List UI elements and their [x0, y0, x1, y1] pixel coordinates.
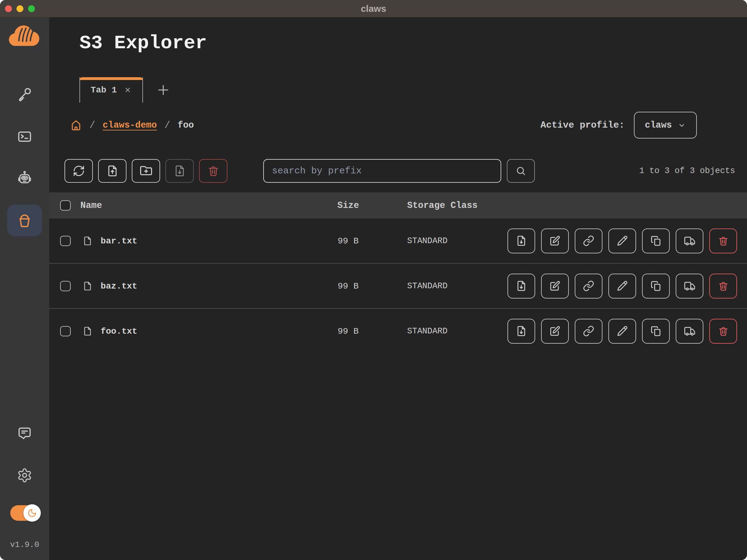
- object-name: foo.txt: [101, 326, 137, 336]
- truck-icon: [684, 280, 696, 292]
- object-row: baz.txt 99 B STANDARD: [49, 263, 747, 308]
- search-input[interactable]: [264, 160, 500, 182]
- edit-button[interactable]: [541, 229, 569, 254]
- delete-button[interactable]: [709, 274, 737, 298]
- tab-bar: Tab 1: [79, 77, 173, 103]
- column-header-size: Size: [337, 201, 359, 211]
- breadcrumb-separator: /: [89, 120, 95, 131]
- delete-button[interactable]: [709, 319, 737, 344]
- trash-icon: [718, 235, 729, 246]
- search-box: [263, 159, 501, 183]
- file-icon: [82, 326, 93, 336]
- file-upload-icon: [106, 165, 119, 177]
- edit-icon: [549, 235, 561, 246]
- column-header-storage-class: Storage Class: [407, 201, 478, 211]
- download-button[interactable]: [508, 319, 535, 344]
- move-button[interactable]: [676, 319, 703, 344]
- moon-icon: [27, 508, 37, 518]
- claws-cloud-logo: [7, 21, 42, 51]
- link-icon: [583, 235, 594, 246]
- breadcrumb-bucket-link[interactable]: claws-demo: [103, 120, 157, 130]
- refresh-button[interactable]: [65, 159, 93, 183]
- pencil-icon: [616, 325, 628, 337]
- breadcrumb-current-prefix: foo: [178, 120, 194, 130]
- sidebar-item-credentials[interactable]: [15, 84, 34, 104]
- active-profile-label: Active profile:: [540, 120, 624, 130]
- object-size: 99 B: [338, 236, 359, 246]
- row-checkbox[interactable]: [60, 326, 71, 336]
- row-checkbox[interactable]: [60, 236, 71, 246]
- upload-file-button[interactable]: [98, 159, 127, 183]
- object-storage-class: STANDARD: [407, 282, 448, 291]
- select-all-checkbox[interactable]: [60, 201, 71, 211]
- tab-1[interactable]: Tab 1: [79, 77, 143, 103]
- table-header: Name Size Storage Class: [49, 192, 747, 218]
- file-download-icon: [516, 280, 527, 292]
- copy-link-button[interactable]: [575, 229, 602, 254]
- window-title: claws: [0, 0, 747, 17]
- tab-close-icon[interactable]: [124, 86, 132, 94]
- sidebar-item-assistant[interactable]: [15, 169, 34, 189]
- delete-button[interactable]: [709, 229, 737, 254]
- move-button[interactable]: [676, 229, 703, 254]
- download-button[interactable]: [508, 229, 535, 254]
- folder-plus-icon: [139, 164, 153, 178]
- sidebar-item-settings[interactable]: [15, 465, 34, 485]
- download-button[interactable]: [508, 274, 535, 298]
- trash-icon: [207, 165, 220, 177]
- rename-button[interactable]: [609, 274, 636, 298]
- create-folder-button[interactable]: [132, 159, 160, 183]
- titlebar: claws: [0, 0, 747, 17]
- copy-button[interactable]: [642, 319, 670, 344]
- object-storage-class: STANDARD: [407, 236, 448, 246]
- main-content: S3 Explorer Tab 1 / claws-demo /: [49, 17, 747, 560]
- copy-link-button[interactable]: [575, 274, 602, 298]
- dark-mode-toggle[interactable]: [10, 505, 39, 521]
- app-version: v1.9.0: [0, 540, 49, 550]
- chevron-down-icon: [677, 121, 686, 130]
- object-list: bar.txt 99 B STANDARD: [49, 218, 747, 353]
- rename-button[interactable]: [609, 229, 636, 254]
- move-button[interactable]: [676, 274, 703, 298]
- trash-icon: [718, 326, 729, 337]
- add-tab-button[interactable]: [154, 77, 173, 103]
- file-download-icon: [516, 325, 527, 337]
- sidebar: v1.9.0: [0, 17, 50, 560]
- file-download-icon: [516, 235, 527, 246]
- sidebar-item-feedback[interactable]: [15, 423, 34, 443]
- edit-button[interactable]: [541, 274, 569, 298]
- rename-button[interactable]: [609, 319, 636, 344]
- refresh-icon: [73, 165, 85, 177]
- home-icon[interactable]: [70, 119, 82, 131]
- row-checkbox[interactable]: [60, 281, 71, 291]
- edit-icon: [549, 280, 561, 292]
- profile-select[interactable]: claws: [634, 112, 697, 138]
- sidebar-item-buckets-active[interactable]: [7, 205, 42, 236]
- profile-selected-value: claws: [645, 120, 672, 130]
- copy-icon: [650, 280, 662, 292]
- download-selected-button[interactable]: [165, 159, 194, 183]
- file-icon: [82, 281, 93, 291]
- search-icon: [515, 165, 526, 177]
- toolbar: [65, 159, 227, 183]
- copy-button[interactable]: [642, 274, 670, 298]
- active-profile: Active profile: claws: [540, 112, 697, 138]
- truck-icon: [684, 325, 696, 337]
- copy-button[interactable]: [642, 229, 670, 254]
- copy-icon: [650, 325, 662, 337]
- terminal-icon: [17, 129, 32, 144]
- toggle-knob: [23, 504, 41, 522]
- copy-link-button[interactable]: [575, 319, 602, 344]
- plus-icon: [156, 83, 171, 97]
- link-icon: [583, 280, 594, 292]
- search-button[interactable]: [507, 159, 535, 183]
- pencil-icon: [616, 280, 628, 292]
- edit-icon: [549, 325, 561, 337]
- object-size: 99 B: [338, 281, 359, 291]
- chat-icon: [17, 425, 32, 441]
- sidebar-item-terminal[interactable]: [15, 127, 34, 146]
- delete-selected-button[interactable]: [199, 159, 227, 183]
- edit-button[interactable]: [541, 319, 569, 344]
- row-actions: [508, 229, 737, 254]
- object-name: bar.txt: [101, 236, 137, 246]
